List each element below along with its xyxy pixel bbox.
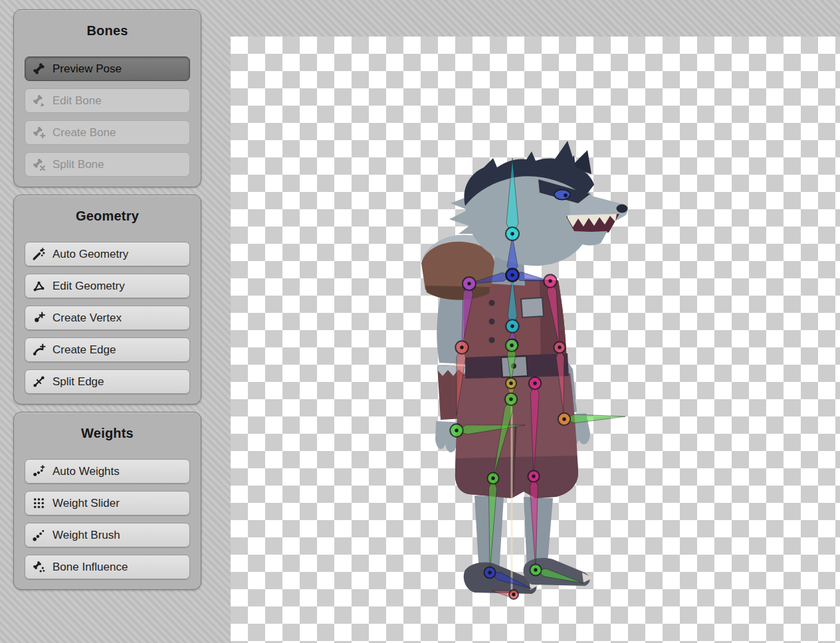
split-edge-label: Split Edge — [52, 375, 104, 389]
panel-geometry-title: Geometry — [14, 207, 201, 225]
create-edge-label: Create Edge — [52, 343, 116, 357]
character-stud — [489, 300, 495, 306]
joint-center-spine-upper — [510, 324, 514, 327]
auto-geometry-icon — [32, 247, 46, 261]
joint-center-shin-left — [491, 476, 494, 480]
character-pupil — [564, 193, 568, 197]
character-stud — [489, 319, 495, 325]
joint-center-thigh-left — [509, 397, 512, 401]
joint-center-foot-right — [534, 568, 537, 571]
weight-brush-icon — [32, 528, 46, 542]
create-vertex-icon — [32, 311, 46, 325]
joint-center-spine-lower — [510, 343, 513, 347]
weight-slider-icon — [32, 496, 46, 510]
weight-brush-button[interactable]: Weight Brush — [25, 523, 190, 547]
joint-center-clavicle-right — [510, 273, 514, 276]
joint-center-pelvis — [509, 381, 512, 385]
create-bone-button[interactable]: Create Bone — [25, 120, 190, 145]
bone-influence-label: Bone Influence — [52, 561, 128, 574]
edit-geometry-button[interactable]: Edit Geometry — [25, 274, 190, 298]
split-bone-icon — [32, 157, 46, 171]
create-vertex-label: Create Vertex — [52, 312, 122, 325]
split-bone-button[interactable]: Split Bone — [25, 152, 190, 177]
auto-geometry-label: Auto Geometry — [52, 248, 128, 261]
character-sprite — [421, 141, 628, 594]
split-bone-label: Split Bone — [52, 158, 104, 171]
sprite-and-bones[interactable] — [231, 37, 840, 643]
create-edge-button[interactable]: Create Edge — [25, 337, 190, 362]
joint-center-upper-arm-left — [467, 282, 471, 285]
joint-center-shin-right — [532, 474, 535, 478]
auto-weights-button[interactable]: Auto Weights — [25, 459, 190, 484]
character-nose — [617, 205, 628, 213]
create-bone-icon — [32, 126, 46, 139]
edit-bone-button[interactable]: Edit Bone — [25, 88, 190, 113]
character-stud — [489, 337, 495, 343]
panel-weights: Weights Auto Weights Weight Slider Weigh… — [13, 412, 201, 590]
bone-influence-button[interactable]: Bone Influence — [25, 555, 190, 579]
weight-slider-label: Weight Slider — [52, 497, 120, 510]
edit-bone-icon — [32, 94, 46, 108]
auto-weights-label: Auto Weights — [52, 465, 120, 478]
create-edge-icon — [32, 343, 46, 357]
bone-influence-icon — [32, 560, 46, 574]
joint-center-thigh-right — [533, 381, 536, 385]
joint-center-hand-left — [455, 428, 458, 432]
panel-bones: Bones Preview Pose Edit Bone Create Bone — [13, 9, 201, 187]
preview-pose-icon — [32, 62, 46, 76]
joint-center-forearm-left — [460, 345, 463, 349]
preview-pose-label: Preview Pose — [52, 62, 122, 76]
create-vertex-button[interactable]: Create Vertex — [25, 306, 190, 330]
joint-center-foot-left — [488, 571, 491, 574]
character-eye — [554, 190, 570, 200]
edit-bone-label: Edit Bone — [52, 94, 102, 108]
split-edge-button[interactable]: Split Edge — [25, 369, 190, 394]
character-kilt-shade — [455, 456, 578, 498]
joint-center-hand-right — [562, 417, 566, 420]
weight-slider-button[interactable]: Weight Slider — [25, 491, 190, 515]
canvas-viewport[interactable] — [231, 37, 840, 643]
create-bone-label: Create Bone — [52, 126, 116, 139]
weight-brush-label: Weight Brush — [52, 529, 120, 542]
edit-geometry-label: Edit Geometry — [52, 280, 125, 293]
joint-center-upper-arm-right — [548, 279, 552, 282]
panel-geometry: Geometry Auto Geometry Edit Geometry Cre… — [13, 195, 201, 405]
preview-pose-button[interactable]: Preview Pose — [25, 56, 190, 81]
character-chest-buckle — [521, 298, 544, 318]
panel-bones-title: Bones — [14, 22, 201, 39]
auto-geometry-button[interactable]: Auto Geometry — [25, 242, 190, 266]
auto-weights-icon — [32, 464, 46, 478]
bone-hand-right — [564, 414, 625, 423]
edit-geometry-icon — [32, 279, 46, 293]
split-edge-icon — [32, 375, 46, 389]
joint-center-forearm-right — [558, 345, 561, 349]
joint-center-head — [510, 232, 514, 235]
joint-center-toe-left — [512, 593, 515, 596]
panel-weights-title: Weights — [14, 424, 201, 442]
